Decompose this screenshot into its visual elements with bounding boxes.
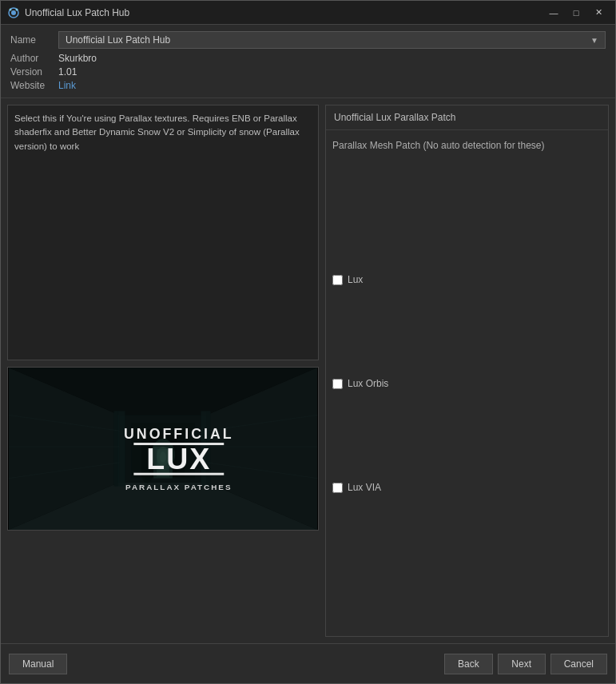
lux-orbis-checkbox[interactable]	[332, 379, 343, 389]
meta-bar: Name Unofficial Lux Patch Hub ▼ Author S…	[1, 25, 615, 98]
checkbox-lux[interactable]: Lux	[332, 274, 602, 285]
footer-left: Manual	[9, 654, 444, 674]
svg-point-1	[11, 10, 16, 15]
cancel-button[interactable]: Cancel	[550, 654, 607, 674]
name-dropdown[interactable]: Unofficial Lux Patch Hub ▼	[58, 31, 606, 49]
maximize-button[interactable]: □	[566, 5, 586, 21]
left-panel: Select this if You're using Parallax tex…	[7, 105, 319, 637]
lux-orbis-label: Lux Orbis	[348, 378, 388, 389]
svg-rect-33	[133, 473, 224, 475]
author-label: Author	[10, 53, 58, 64]
back-button[interactable]: Back	[444, 654, 493, 674]
right-panel: Unofficial Lux Parallax Patch Parallax M…	[325, 105, 609, 637]
author-row: Author Skurkbro	[10, 53, 606, 64]
checkbox-lux-orbis[interactable]: Lux Orbis	[332, 378, 602, 389]
version-row: Version 1.01	[10, 66, 606, 78]
lux-via-label: Lux VIA	[348, 482, 381, 493]
website-label: Website	[10, 80, 58, 91]
close-button[interactable]: ✕	[588, 5, 609, 21]
svg-rect-19	[114, 411, 118, 486]
minimize-button[interactable]: —	[543, 5, 564, 21]
chevron-down-icon: ▼	[590, 36, 598, 45]
name-row: Name Unofficial Lux Patch Hub ▼	[10, 31, 606, 49]
website-row: Website Link	[10, 80, 606, 91]
app-icon	[7, 6, 20, 19]
checkbox-lux-via[interactable]: Lux VIA	[332, 482, 602, 493]
right-panel-content: Parallax Mesh Patch (No auto detection f…	[326, 130, 608, 636]
name-dropdown-value: Unofficial Lux Patch Hub	[66, 34, 170, 46]
lux-via-checkbox[interactable]	[332, 483, 343, 493]
section-parallax-mesh-label: Parallax Mesh Patch (No auto detection f…	[332, 137, 602, 154]
svg-text:PARALLAX PATCHES: PARALLAX PATCHES	[125, 483, 232, 491]
main-content: Select this if You're using Parallax tex…	[1, 98, 615, 643]
author-value: Skurkbro	[58, 53, 97, 64]
footer: Manual Back Next Cancel	[1, 643, 615, 683]
main-window: Unofficial Lux Patch Hub — □ ✕ Name Unof…	[0, 0, 616, 684]
titlebar: Unofficial Lux Patch Hub — □ ✕	[1, 1, 615, 25]
footer-right: Back Next Cancel	[444, 654, 607, 674]
window-title: Unofficial Lux Patch Hub	[25, 7, 543, 18]
lux-checkbox[interactable]	[332, 275, 343, 285]
manual-button[interactable]: Manual	[9, 654, 67, 674]
window-controls: — □ ✕	[543, 5, 609, 21]
svg-point-2	[10, 8, 12, 10]
description-text: Select this if You're using Parallax tex…	[14, 113, 300, 151]
image-box: UNOFFICIAL LUX PARALLAX PATCHES	[7, 367, 319, 531]
svg-text:UNOFFICIAL: UNOFFICIAL	[124, 426, 234, 442]
right-panel-header: Unofficial Lux Parallax Patch	[326, 105, 608, 130]
svg-point-3	[16, 8, 18, 10]
website-link[interactable]: Link	[58, 80, 76, 91]
next-button[interactable]: Next	[498, 654, 546, 674]
name-label: Name	[10, 34, 58, 46]
lux-label: Lux	[348, 274, 363, 285]
version-value: 1.01	[58, 66, 77, 78]
version-label: Version	[10, 66, 58, 78]
hallway-image: UNOFFICIAL LUX PARALLAX PATCHES	[8, 368, 318, 530]
section-group-parallax-mesh: Parallax Mesh Patch (No auto detection f…	[332, 137, 602, 154]
description-box: Select this if You're using Parallax tex…	[7, 105, 319, 360]
svg-text:LUX: LUX	[146, 442, 211, 475]
